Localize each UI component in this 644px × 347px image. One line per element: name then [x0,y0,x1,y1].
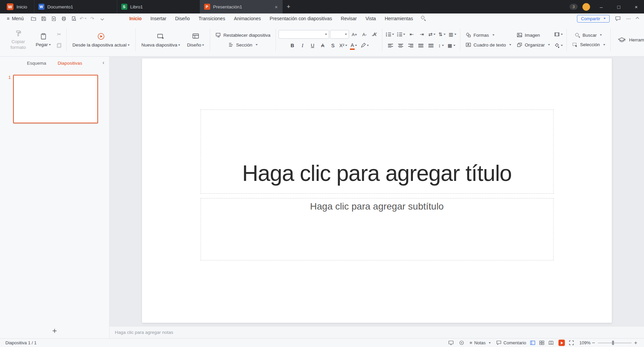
slide-sorter-view-button[interactable] [539,341,544,345]
ribbon-tab-diseno[interactable]: Diseño [171,16,194,21]
notes-bar[interactable]: Haga clic para agregar notas [109,326,644,338]
insert-media-button[interactable] [553,30,564,39]
student-tools-button[interactable]: Herramientas de estudiante [613,34,644,46]
play-from-current-button[interactable]: Desde la diapositiva actual [69,31,133,49]
ribbon-tab-inicio[interactable]: Inicio [125,16,146,21]
zoom-out-button[interactable]: − [590,340,596,346]
collapse-ribbon-button[interactable] [636,18,639,20]
tab-libro1[interactable]: S Libro1 [117,0,200,13]
normal-view-button[interactable] [530,341,535,345]
tab-presentacion1[interactable]: P Presentación1 × [200,0,283,13]
customize-toolbar-button[interactable] [98,14,107,23]
export-pdf-button[interactable] [49,14,58,23]
open-file-button[interactable] [29,14,38,23]
slide-thumbnail[interactable] [13,75,98,123]
cut-button[interactable]: ✂ [55,30,64,39]
save-button[interactable] [39,14,48,23]
align-right-button[interactable] [406,41,415,50]
zoom-slider-handle[interactable] [612,341,614,345]
comment-button[interactable]: Comentario [496,340,526,345]
collapse-panel-button[interactable]: ‹ [102,59,104,66]
shapes-button[interactable]: Formas [463,31,514,39]
notes-toggle-button[interactable]: ≡ Notas [470,340,491,345]
copy-button[interactable] [55,41,64,50]
ribbon-tab-insertar[interactable]: Insertar [146,16,171,21]
undo-button[interactable]: ↶ [79,16,87,21]
avatar[interactable] [582,3,590,11]
subtitle-placeholder[interactable]: Haga clic para agregar subtítulo [200,198,553,260]
design-button[interactable]: Diseño [184,31,207,49]
zoom-in-button[interactable]: + [633,340,639,346]
font-color-button[interactable]: A [349,41,358,50]
align-text-vertical-button[interactable]: ⇅ [438,30,447,39]
tab-documento1[interactable]: W Documento1 [34,0,117,13]
cast-button[interactable] [459,340,464,345]
minimize-button[interactable]: – [595,0,608,13]
new-slide-button[interactable]: Nueva diapositiva [138,31,184,49]
fill-color-button[interactable] [553,41,564,50]
ribbon-tab-transiciones[interactable]: Transiciones [194,16,230,21]
tab-diapositivas[interactable]: Diapositivas [58,61,82,66]
share-button[interactable]: Compartir [577,15,610,23]
zoom-level[interactable]: 109% [579,340,590,345]
bold-button[interactable]: B [288,41,297,50]
redo-button[interactable]: ↷ [88,14,97,23]
italic-button[interactable]: I [298,41,307,50]
paste-button[interactable]: Pegar [33,31,54,49]
new-tab-button[interactable]: + [283,0,295,13]
comment-bubble-button[interactable] [615,16,621,21]
maximize-button[interactable]: □ [612,0,625,13]
copy-format-button[interactable]: Copiar formato [4,28,32,52]
decrease-font-button[interactable]: A- [360,30,369,39]
slideshow-play-button[interactable] [558,340,565,346]
text-direction-button[interactable]: ⇄ [427,30,437,39]
ribbon-search-button[interactable] [417,15,429,22]
ribbon-tab-vista[interactable]: Vista [361,16,380,21]
ribbon-tab-revisar[interactable]: Revisar [336,16,361,21]
text-shadow-button[interactable]: S [328,41,337,50]
bullets-button[interactable] [385,30,395,39]
zoom-slider[interactable] [598,343,632,343]
superscript-button[interactable]: X² [339,41,349,50]
line-spacing-button[interactable]: ↕ [437,41,446,50]
arrange-button[interactable]: Organizar [514,41,552,49]
strikethrough-button[interactable]: A [318,41,327,50]
home-tab[interactable]: W Inicio [0,0,34,13]
find-button[interactable]: Buscar [573,32,604,39]
add-slide-button[interactable]: + [52,327,57,335]
fit-slide-button[interactable] [569,340,574,345]
align-left-button[interactable] [386,41,395,50]
font-size-select[interactable] [330,30,349,39]
decrease-indent-button[interactable]: ⇤ [407,30,416,39]
textbox-button[interactable]: Cuadro de texto [463,41,514,49]
ribbon-tab-animaciones[interactable]: Animaciones [229,16,265,21]
promo-badge[interactable]: 3 [570,4,578,10]
tab-close-icon[interactable]: × [274,4,279,10]
set-up-show-button[interactable] [448,340,454,345]
title-placeholder[interactable]: Haga clic para agregar título [200,109,553,194]
ribbon-tab-herramientas[interactable]: Herramientas [380,16,417,21]
font-name-select[interactable] [279,30,329,39]
menu-button[interactable]: ≡ Menú [3,16,27,21]
underline-button[interactable]: U [308,41,317,50]
section-button[interactable]: Sección [226,41,260,49]
highlight-button[interactable] [359,41,370,50]
numbering-button[interactable] [396,30,406,39]
increase-font-button[interactable]: A+ [350,30,359,39]
close-button[interactable]: × [630,0,643,13]
reset-slide-button[interactable]: Restablecer diapositiva [213,31,273,39]
clear-format-button[interactable]: A [370,30,379,39]
justify-button[interactable] [416,41,425,50]
image-button[interactable]: Imagen [514,31,552,39]
print-preview-button[interactable] [69,14,78,23]
selection-button[interactable]: Selección [570,41,608,49]
ribbon-tab-presentacion[interactable]: Presentación con diapositivas [265,16,336,21]
print-button[interactable] [59,14,68,23]
align-center-button[interactable] [396,41,405,50]
tab-esquema[interactable]: Esquema [27,61,46,66]
distribute-button[interactable] [426,41,436,50]
more-options-button[interactable]: ⋯ [626,16,631,21]
smartart-button[interactable]: ▦ [447,41,456,50]
increase-indent-button[interactable]: ⇥ [417,30,426,39]
slide[interactable]: Haga clic para agregar título Haga clic … [142,58,612,323]
